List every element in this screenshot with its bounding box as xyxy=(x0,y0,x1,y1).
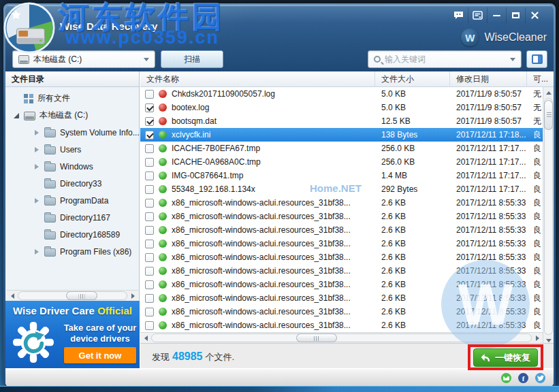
feedback-icon[interactable] xyxy=(449,7,468,23)
row-checkbox[interactable] xyxy=(145,158,154,167)
banner-title-accent: Official xyxy=(97,305,132,316)
table-row[interactable]: x86_microsoft-windows-aclui.resources_31… xyxy=(140,223,543,237)
tree-item[interactable]: Directory1167 xyxy=(5,209,139,226)
table-row[interactable]: x86_microsoft-windows-aclui.resources_31… xyxy=(140,305,543,318)
split-view-icon xyxy=(532,54,543,64)
table-horizontal-scrollbar[interactable] xyxy=(140,332,543,343)
table-row[interactable]: x86_microsoft-windows-aclui.resources_31… xyxy=(140,210,543,223)
file-date: 2017/12/11 8:55:33 xyxy=(456,321,530,330)
table-row[interactable]: 55348_192.168.1.134x292 Bytes2017/12/11 … xyxy=(140,182,543,196)
table-row[interactable]: x86_microsoft-windows-aclui.resources_31… xyxy=(140,250,543,264)
scroll-right-icon[interactable] xyxy=(532,333,543,344)
tree-item[interactable]: Program Files (x86) xyxy=(5,243,139,260)
row-checkbox[interactable] xyxy=(145,185,154,194)
table-row[interactable]: ICACHE-7B0EFA67.tmp256.0 KB2017/12/11 17… xyxy=(140,142,543,155)
directory-tree: 所有文件本地磁盘 (C:)System Volume Info...UsersW… xyxy=(5,87,139,290)
vertical-scrollbar[interactable] xyxy=(543,87,554,346)
row-checkbox[interactable] xyxy=(145,308,154,316)
tree-item[interactable]: Users xyxy=(5,141,139,158)
tree-item[interactable]: Directory33 xyxy=(5,175,139,192)
table-row[interactable]: x86_microsoft-windows-aclui.resources_31… xyxy=(140,318,543,332)
table-row[interactable]: x86_microsoft-windows-aclui.resources_31… xyxy=(140,196,543,210)
row-checkbox[interactable] xyxy=(145,103,154,112)
folder-icon xyxy=(44,231,56,240)
table-row[interactable]: x86_microsoft-windows-aclui.resources_31… xyxy=(140,291,543,305)
table-row[interactable]: x86_microsoft-windows-aclui.resources_31… xyxy=(140,264,543,278)
search-input[interactable] xyxy=(385,54,506,64)
tree-item[interactable]: Directory168589 xyxy=(5,226,139,243)
scroll-left-icon[interactable] xyxy=(140,333,151,344)
file-date: 2017/12/11 17:17... xyxy=(456,171,530,180)
expand-arrow-icon[interactable] xyxy=(33,146,41,154)
scroll-left-icon[interactable] xyxy=(7,291,18,301)
table-row[interactable]: x86_microsoft-windows-aclui.resources_31… xyxy=(140,237,543,250)
row-checkbox[interactable] xyxy=(145,253,154,262)
row-checkbox[interactable] xyxy=(145,240,154,248)
expand-arrow-icon[interactable] xyxy=(33,163,41,171)
menu-icon[interactable] xyxy=(468,7,487,23)
row-checkbox[interactable] xyxy=(145,212,154,221)
row-checkbox[interactable] xyxy=(145,131,154,140)
file-name: x86_microsoft-windows-aclui.resources_31… xyxy=(172,212,373,221)
file-name: x86_microsoft-windows-aclui.resources_31… xyxy=(172,307,373,316)
file-name: bootex.log xyxy=(172,103,373,112)
wise-driver-care-banner[interactable]: Wise Driver Care Official xyxy=(5,301,140,368)
brand-name: WiseCleaner xyxy=(484,31,547,44)
row-checkbox[interactable] xyxy=(145,294,154,303)
mail-icon[interactable] xyxy=(501,373,511,383)
tree-item[interactable]: 所有文件 xyxy=(5,90,139,107)
row-checkbox[interactable] xyxy=(145,172,154,180)
twitter-icon[interactable] xyxy=(535,373,545,383)
table-row[interactable]: x86_microsoft-windows-aclui.resources_31… xyxy=(140,278,543,291)
tree-item[interactable]: ProgramData xyxy=(5,192,139,209)
table-row[interactable]: bootsqm.dat12.5 KB2017/11/9 8:50:57无 xyxy=(140,114,543,128)
search-box[interactable] xyxy=(368,50,522,68)
status-dot-icon xyxy=(159,280,167,289)
scrollbar-thumb[interactable] xyxy=(296,333,337,342)
tree-item[interactable]: Windows xyxy=(5,158,139,175)
file-recoverability: 良 xyxy=(533,320,543,331)
column-header-date[interactable]: 修改日期 xyxy=(450,71,527,87)
table-row[interactable]: IMG-0C876641.tmp1.4 MB2017/12/11 17:17..… xyxy=(140,169,543,182)
table-row[interactable]: xclvycfk.ini138 Bytes2017/12/11 17:18...… xyxy=(140,128,543,142)
tree-horizontal-scrollbar[interactable] xyxy=(7,290,138,301)
row-checkbox[interactable] xyxy=(145,90,154,99)
column-header-filesize[interactable]: 文件大小 xyxy=(375,71,450,87)
expand-arrow-icon[interactable] xyxy=(33,129,41,137)
scan-button[interactable]: 扫描 xyxy=(161,50,223,68)
minimize-icon[interactable] xyxy=(487,7,506,23)
status-dot-icon xyxy=(159,90,167,98)
panel-toggle-button[interactable] xyxy=(526,50,547,68)
row-checkbox[interactable] xyxy=(145,117,154,126)
table-row[interactable]: Chkdsk20171109005057.log5.0 KB2017/11/9 … xyxy=(140,87,543,101)
table-row[interactable]: bootex.log5.0 KB2017/11/9 8:50:57无 xyxy=(140,101,543,114)
row-checkbox[interactable] xyxy=(145,144,154,153)
file-recoverability: 良 xyxy=(533,265,543,277)
status-dot-icon xyxy=(159,144,167,152)
desktop-strip xyxy=(0,386,559,392)
row-checkbox[interactable] xyxy=(145,226,154,235)
tree-item[interactable]: System Volume Info... xyxy=(5,124,139,141)
scroll-right-icon[interactable] xyxy=(127,291,138,301)
column-header-filename[interactable]: 文件名称 xyxy=(140,71,375,87)
tree-item[interactable]: 本地磁盘 (C:) xyxy=(5,107,139,124)
get-it-now-button[interactable]: Get it now xyxy=(64,347,136,363)
column-header-recoverability[interactable]: 可... xyxy=(527,71,554,87)
status-dot-icon xyxy=(159,253,167,261)
facebook-icon[interactable]: f xyxy=(518,373,528,383)
expand-arrow-icon[interactable] xyxy=(33,248,41,256)
scrollbar-thumb[interactable] xyxy=(66,291,97,300)
drive-select-value: 本地磁盘 (C:) xyxy=(33,54,140,65)
row-checkbox[interactable] xyxy=(145,321,154,330)
row-checkbox[interactable] xyxy=(145,280,154,289)
maximize-icon[interactable] xyxy=(506,7,525,23)
table-row[interactable]: ICACHE-0A968A0C.tmp256.0 KB2017/12/11 17… xyxy=(140,155,543,169)
expand-arrow-icon[interactable] xyxy=(33,197,41,205)
row-checkbox[interactable] xyxy=(145,199,154,208)
close-icon[interactable] xyxy=(525,7,544,23)
row-checkbox[interactable] xyxy=(145,267,154,276)
scroll-up-icon[interactable] xyxy=(543,87,554,98)
scrollbar-thumb[interactable] xyxy=(544,100,553,130)
recover-button[interactable]: 一键恢复 xyxy=(473,348,538,367)
expand-arrow-icon[interactable] xyxy=(12,112,20,120)
